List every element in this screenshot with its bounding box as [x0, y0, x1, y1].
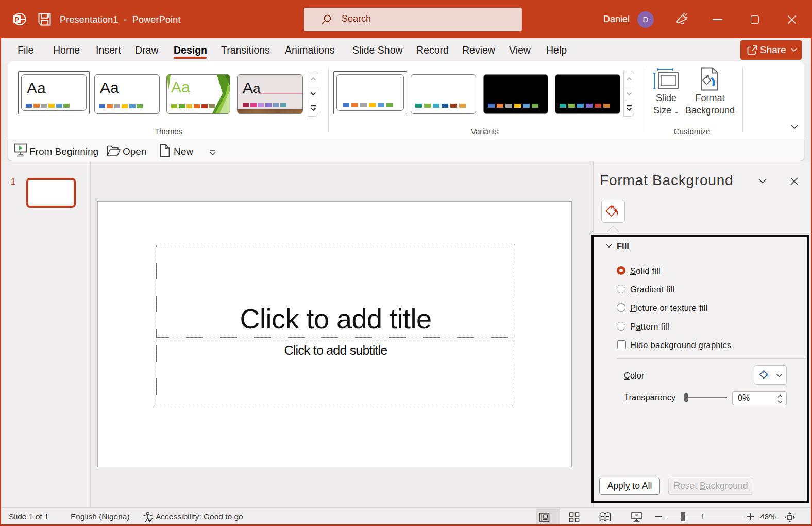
- svg-text:P: P: [15, 16, 19, 23]
